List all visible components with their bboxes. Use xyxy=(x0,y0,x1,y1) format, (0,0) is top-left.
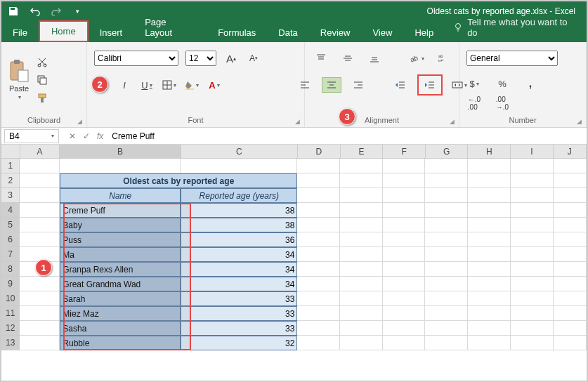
cell-B12[interactable]: Sasha xyxy=(60,321,181,336)
cell-J1[interactable] xyxy=(554,159,587,173)
cell-F4[interactable] xyxy=(383,203,426,218)
cell-D11[interactable] xyxy=(297,306,340,321)
cell-B3[interactable]: Name xyxy=(60,188,181,203)
cell-H4[interactable] xyxy=(468,203,511,218)
cell-G13[interactable] xyxy=(425,336,468,350)
cell-E3[interactable] xyxy=(340,188,383,203)
align-middle-icon[interactable] xyxy=(338,51,358,66)
cell-H10[interactable] xyxy=(468,291,511,306)
cell-A12[interactable] xyxy=(20,321,60,336)
borders-icon[interactable]: ▾ xyxy=(162,77,177,93)
row-header-10[interactable]: 10 xyxy=(1,291,20,306)
decrease-indent-icon[interactable] xyxy=(391,77,410,93)
cell-G2[interactable] xyxy=(425,173,468,188)
increase-font-icon[interactable]: A▴ xyxy=(223,51,239,66)
cell-A2[interactable] xyxy=(20,173,60,188)
cell-A4[interactable] xyxy=(20,203,60,218)
cell-I8[interactable] xyxy=(511,262,554,277)
row-header-4[interactable]: 4 xyxy=(1,203,20,218)
cell-A1[interactable] xyxy=(20,159,60,173)
align-bottom-icon[interactable] xyxy=(365,51,384,66)
col-header-F[interactable]: F xyxy=(383,145,426,158)
dialog-launcher-icon[interactable]: ◢ xyxy=(450,118,455,125)
col-header-G[interactable]: G xyxy=(426,145,469,158)
cell-J12[interactable] xyxy=(554,321,587,336)
cell-J3[interactable] xyxy=(554,188,587,203)
row-header-1[interactable]: 1 xyxy=(1,159,20,173)
font-color-icon[interactable]: A▾ xyxy=(207,77,222,93)
cell-C12[interactable]: 33 xyxy=(181,321,297,336)
cell-G8[interactable] xyxy=(425,262,468,277)
cell-B9[interactable]: Great Grandma Wad xyxy=(60,277,181,291)
cell-A5[interactable] xyxy=(20,218,60,232)
dialog-launcher-icon[interactable]: ◢ xyxy=(577,118,582,125)
col-header-C[interactable]: C xyxy=(181,145,299,158)
cell-E8[interactable] xyxy=(340,262,383,277)
cell-B1[interactable] xyxy=(60,159,181,173)
cell-F11[interactable] xyxy=(383,306,426,321)
align-top-icon[interactable] xyxy=(311,51,331,66)
cell-F7[interactable] xyxy=(383,247,426,262)
accounting-format-icon[interactable]: $▾ xyxy=(466,76,482,91)
cell-I6[interactable] xyxy=(511,232,554,247)
copy-icon[interactable] xyxy=(37,74,48,86)
row-header-3[interactable]: 3 xyxy=(1,188,20,203)
dialog-launcher-icon[interactable]: ◢ xyxy=(77,118,82,125)
tab-review[interactable]: Review xyxy=(309,23,362,42)
decrease-decimal-icon[interactable]: .00→.0 xyxy=(495,96,510,111)
cell-G9[interactable] xyxy=(425,277,468,291)
cell-C4[interactable]: 38 xyxy=(181,203,297,218)
cell-E12[interactable] xyxy=(340,321,383,336)
cell-J5[interactable] xyxy=(554,218,587,232)
fx-icon[interactable]: fx xyxy=(97,131,109,141)
cell-J10[interactable] xyxy=(554,291,587,306)
cell-E5[interactable] xyxy=(340,218,383,232)
cell-C3[interactable]: Reported age (years) xyxy=(181,188,297,203)
cell-A11[interactable] xyxy=(20,306,60,321)
increase-decimal-icon[interactable]: ←.0.00 xyxy=(466,96,482,111)
dialog-launcher-icon[interactable]: ◢ xyxy=(295,118,300,125)
row-header-2[interactable]: 2 xyxy=(1,173,20,188)
cell-E9[interactable] xyxy=(340,277,383,291)
tab-data[interactable]: Data xyxy=(267,23,308,42)
col-header-J[interactable]: J xyxy=(554,145,587,158)
cell-I9[interactable] xyxy=(511,277,554,291)
cut-icon[interactable] xyxy=(37,56,48,67)
cell-D7[interactable] xyxy=(297,247,340,262)
cell-A6[interactable] xyxy=(20,232,60,247)
cell-E6[interactable] xyxy=(340,232,383,247)
cell-I10[interactable] xyxy=(511,291,554,306)
cell-D6[interactable] xyxy=(297,232,340,247)
cell-F3[interactable] xyxy=(383,188,426,203)
cell-H5[interactable] xyxy=(468,218,511,232)
enter-formula-icon[interactable]: ✓ xyxy=(83,131,90,141)
cell-D4[interactable] xyxy=(297,203,340,218)
cell-E13[interactable] xyxy=(340,336,383,350)
cell-B2[interactable]: Oldest cats by reported age xyxy=(60,173,297,188)
col-header-I[interactable]: I xyxy=(511,145,554,158)
cell-B8[interactable]: Granpa Rexs Allen xyxy=(60,262,181,277)
undo-icon[interactable] xyxy=(30,6,41,16)
name-box[interactable]: B4 ▾ xyxy=(4,129,59,143)
cell-C8[interactable]: 34 xyxy=(181,262,297,277)
cell-G12[interactable] xyxy=(425,321,468,336)
cell-E10[interactable] xyxy=(340,291,383,306)
cell-H1[interactable] xyxy=(468,159,511,173)
cell-C6[interactable]: 36 xyxy=(181,232,297,247)
formula-value[interactable]: Creme Puff xyxy=(109,131,154,141)
cell-F12[interactable] xyxy=(383,321,426,336)
cell-F1[interactable] xyxy=(383,159,426,173)
cell-I5[interactable] xyxy=(511,218,554,232)
cell-C13[interactable]: 32 xyxy=(181,336,297,350)
wrap-text-icon[interactable]: abc↵ xyxy=(433,51,453,66)
cell-I3[interactable] xyxy=(511,188,554,203)
cell-G1[interactable] xyxy=(425,159,468,173)
cell-B7[interactable]: Ma xyxy=(60,247,181,262)
cell-J13[interactable] xyxy=(554,336,587,350)
cell-J8[interactable] xyxy=(554,262,587,277)
cell-E2[interactable] xyxy=(340,173,383,188)
tell-me-search[interactable]: Tell me what you want to do xyxy=(445,17,587,42)
cell-H13[interactable] xyxy=(468,336,511,350)
qat-customize-icon[interactable]: ▾ xyxy=(72,8,83,15)
row-header-5[interactable]: 5 xyxy=(1,218,20,232)
